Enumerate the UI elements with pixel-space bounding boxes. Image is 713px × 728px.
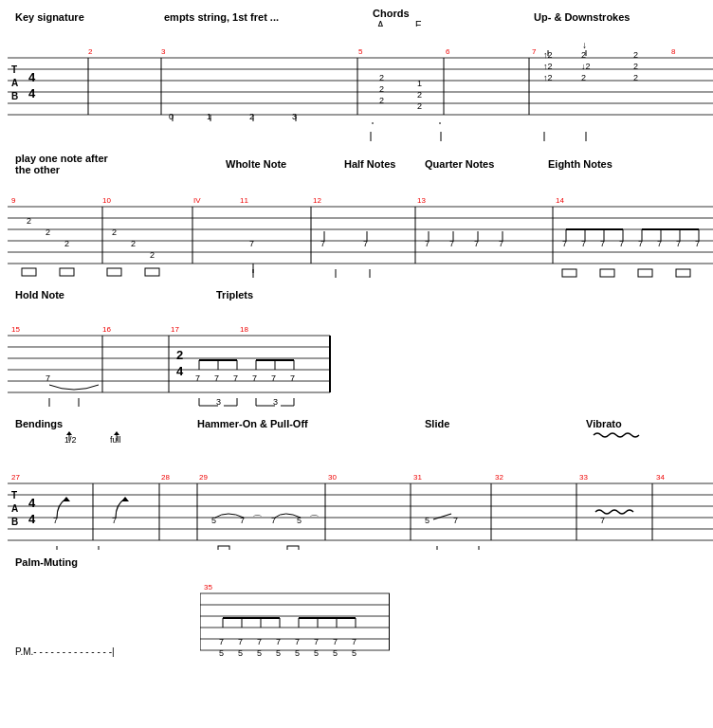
svg-text:28: 28 (161, 473, 170, 482)
svg-text:1: 1 (417, 79, 422, 88)
row1-indicators (8, 127, 713, 146)
svg-text:2: 2 (150, 250, 155, 260)
svg-text:5: 5 (314, 648, 319, 658)
svg-text:2: 2 (131, 239, 136, 248)
svg-text:11: 11 (240, 196, 248, 205)
svg-rect-121 (638, 269, 652, 277)
svg-text:7: 7 (314, 637, 319, 646)
svg-text:⌒: ⌒ (309, 514, 320, 525)
key-sig-label: Key signature (15, 11, 84, 23)
svg-text:7: 7 (295, 637, 300, 646)
svg-text:↓: ↓ (582, 40, 587, 50)
svg-text:4: 4 (176, 364, 184, 378)
svg-text:7: 7 (249, 239, 254, 248)
row3-staff: 15 16 17 18 7 2 4 7 7 7 7 7 7 3 (8, 307, 713, 411)
svg-text:5: 5 (358, 47, 363, 56)
svg-text:4: 4 (28, 496, 36, 510)
svg-text:7: 7 (600, 516, 605, 525)
svg-rect-216 (287, 546, 299, 550)
svg-text:2: 2 (46, 228, 50, 237)
svg-text:7: 7 (453, 516, 458, 525)
svg-text:5: 5 (219, 648, 224, 658)
svg-marker-202 (121, 497, 129, 501)
row5-pm: P.M.- - - - - - - - - - - - - -| (8, 643, 197, 660)
chords-label: Chords (373, 8, 410, 19)
bendings-label: Bendings (15, 418, 63, 429)
svg-text:34: 34 (656, 473, 665, 482)
svg-text:↑2: ↑2 (543, 62, 553, 71)
play-note-label: play one note after (15, 153, 109, 164)
play-note-label2: the other (15, 164, 61, 175)
svg-text:T: T (11, 64, 17, 75)
svg-text:7: 7 (333, 637, 338, 646)
row4-labels: Bendings Hammer-On & Pull-Off Slide Vibr… (8, 414, 713, 452)
svg-text:B: B (11, 91, 18, 101)
svg-text:7: 7 (271, 373, 276, 383)
svg-text:2: 2 (379, 96, 384, 105)
vibrato-label: Vibrato (586, 418, 622, 429)
svg-text:7: 7 (214, 373, 219, 383)
row1-staff: T A B 4 4 2 3 5 6 7 8 0 1 2 3 2 2 2 1 (8, 29, 713, 124)
svg-text:2: 2 (27, 216, 31, 226)
svg-text:full: full (110, 435, 121, 445)
svg-text:9: 9 (11, 196, 16, 205)
svg-text:2: 2 (417, 90, 422, 100)
svg-text:7: 7 (233, 373, 238, 383)
hold-note-label: Hold Note (15, 289, 64, 300)
row1-labels: Key signature empts string, 1st fret ...… (8, 8, 713, 27)
svg-text:18: 18 (240, 325, 248, 334)
row2-staff: 9 10 IV 11 12 13 14 2 2 2 2 2 2 7 7 7 7 … (8, 178, 713, 282)
palm-muting-label: Palm-Muting (15, 556, 78, 568)
svg-text:5: 5 (238, 648, 243, 658)
svg-rect-119 (562, 269, 576, 277)
svg-marker-170 (114, 431, 119, 435)
svg-rect-113 (60, 268, 74, 276)
svg-text:13: 13 (417, 196, 426, 205)
svg-text:P.M.- - - - - - - - - - - - - : P.M.- - - - - - - - - - - - - -| (15, 646, 115, 657)
row3-labels: Hold Note Triplets (8, 285, 713, 304)
svg-text:3: 3 (273, 397, 278, 407)
page: Key signature empts string, 1st fret ...… (0, 0, 713, 670)
svg-text:7: 7 (219, 637, 224, 646)
row5-label: Palm-Muting (8, 553, 713, 572)
svg-text:7: 7 (257, 637, 262, 646)
svg-text:5: 5 (257, 648, 262, 658)
svg-text:32: 32 (495, 473, 503, 482)
svg-text:33: 33 (579, 473, 588, 482)
svg-text:2: 2 (88, 47, 93, 56)
svg-text:7: 7 (532, 47, 537, 56)
svg-rect-120 (600, 269, 614, 277)
svg-text:10: 10 (102, 196, 111, 205)
svg-text:5: 5 (425, 516, 430, 525)
svg-text:35: 35 (204, 583, 212, 592)
svg-text:7: 7 (46, 373, 50, 383)
svg-text:17: 17 (171, 325, 179, 334)
svg-text:3: 3 (161, 47, 166, 56)
svg-text:B: B (11, 517, 18, 527)
svg-text:5: 5 (295, 648, 300, 658)
svg-text:4: 4 (28, 70, 36, 84)
svg-text:↓2: ↓2 (581, 62, 591, 71)
svg-text:5: 5 (276, 648, 281, 658)
svg-text:2: 2 (633, 62, 638, 71)
svg-text:15: 15 (11, 325, 20, 334)
svg-text:27: 27 (11, 473, 20, 482)
svg-rect-114 (107, 268, 121, 276)
svg-text:A: A (11, 503, 18, 514)
svg-text:5: 5 (333, 648, 338, 658)
svg-marker-168 (66, 431, 72, 435)
eighth-notes-label: Eighth Notes (548, 158, 612, 170)
svg-text:1/2: 1/2 (64, 435, 77, 445)
svg-rect-122 (676, 269, 690, 277)
svg-text:29: 29 (199, 473, 208, 482)
svg-rect-215 (218, 546, 229, 550)
svg-text:IV: IV (193, 196, 201, 205)
svg-text:4: 4 (28, 512, 36, 526)
svg-text:2: 2 (581, 73, 586, 82)
svg-text:12: 12 (313, 196, 321, 205)
hammer-pull-label: Hammer-On & Pull-Off (197, 418, 308, 429)
empty-string-label: empts string, 1st fret ... (164, 11, 279, 23)
svg-text:2: 2 (379, 73, 384, 82)
svg-line-210 (433, 514, 451, 519)
svg-text:5: 5 (352, 648, 356, 658)
